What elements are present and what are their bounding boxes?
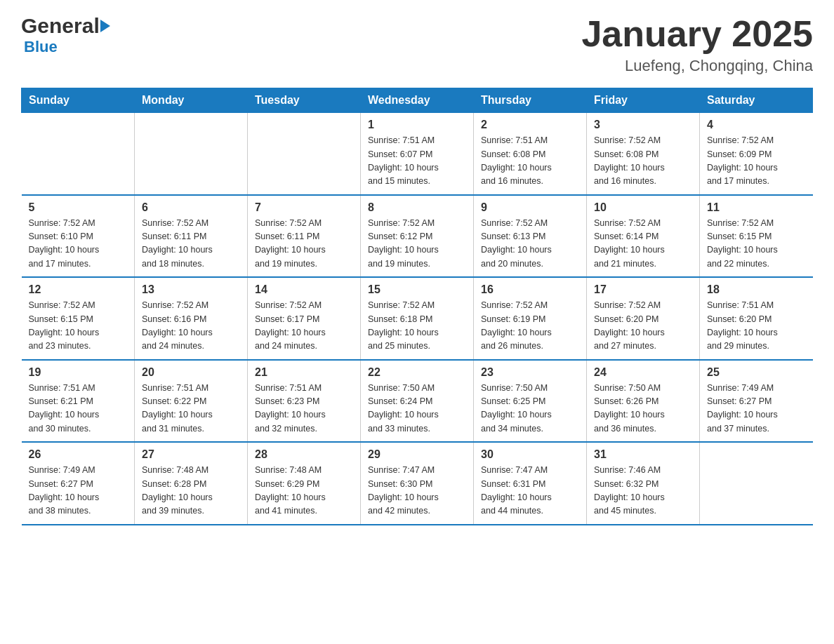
calendar-cell: 16Sunrise: 7:52 AM Sunset: 6:19 PM Dayli… bbox=[474, 277, 587, 360]
weekday-header-wednesday: Wednesday bbox=[361, 88, 474, 113]
day-info: Sunrise: 7:52 AM Sunset: 6:16 PM Dayligh… bbox=[142, 299, 240, 354]
calendar-cell: 8Sunrise: 7:52 AM Sunset: 6:12 PM Daylig… bbox=[361, 195, 474, 278]
day-number: 19 bbox=[29, 366, 128, 379]
day-info: Sunrise: 7:49 AM Sunset: 6:27 PM Dayligh… bbox=[707, 382, 806, 436]
calendar-cell: 14Sunrise: 7:52 AM Sunset: 6:17 PM Dayli… bbox=[248, 277, 361, 360]
weekday-header-saturday: Saturday bbox=[700, 88, 813, 113]
day-info: Sunrise: 7:46 AM Sunset: 6:32 PM Dayligh… bbox=[594, 464, 692, 518]
day-number: 21 bbox=[255, 366, 353, 379]
weekday-header-row: SundayMondayTuesdayWednesdayThursdayFrid… bbox=[22, 88, 813, 113]
calendar-week-row: 19Sunrise: 7:51 AM Sunset: 6:21 PM Dayli… bbox=[22, 360, 813, 443]
day-number: 3 bbox=[594, 119, 692, 131]
day-number: 9 bbox=[481, 201, 579, 214]
day-number: 1 bbox=[368, 119, 466, 131]
day-number: 24 bbox=[594, 366, 692, 379]
day-info: Sunrise: 7:52 AM Sunset: 6:18 PM Dayligh… bbox=[368, 299, 466, 354]
day-info: Sunrise: 7:50 AM Sunset: 6:24 PM Dayligh… bbox=[368, 382, 466, 436]
day-info: Sunrise: 7:52 AM Sunset: 6:17 PM Dayligh… bbox=[255, 299, 353, 354]
calendar-cell: 30Sunrise: 7:47 AM Sunset: 6:31 PM Dayli… bbox=[474, 442, 587, 525]
day-number: 5 bbox=[29, 201, 128, 214]
day-info: Sunrise: 7:48 AM Sunset: 6:28 PM Dayligh… bbox=[142, 464, 240, 518]
month-title: January 2025 bbox=[581, 14, 813, 54]
calendar-cell: 17Sunrise: 7:52 AM Sunset: 6:20 PM Dayli… bbox=[587, 277, 700, 360]
day-number: 11 bbox=[707, 201, 806, 214]
day-info: Sunrise: 7:52 AM Sunset: 6:15 PM Dayligh… bbox=[707, 217, 806, 271]
day-info: Sunrise: 7:50 AM Sunset: 6:25 PM Dayligh… bbox=[481, 382, 579, 436]
day-number: 6 bbox=[142, 201, 240, 214]
calendar-cell: 28Sunrise: 7:48 AM Sunset: 6:29 PM Dayli… bbox=[248, 442, 361, 525]
calendar-cell: 27Sunrise: 7:48 AM Sunset: 6:28 PM Dayli… bbox=[135, 442, 248, 525]
calendar-cell: 13Sunrise: 7:52 AM Sunset: 6:16 PM Dayli… bbox=[135, 277, 248, 360]
calendar-cell: 12Sunrise: 7:52 AM Sunset: 6:15 PM Dayli… bbox=[22, 277, 135, 360]
day-number: 25 bbox=[707, 366, 806, 379]
day-info: Sunrise: 7:52 AM Sunset: 6:11 PM Dayligh… bbox=[255, 217, 353, 271]
day-number: 16 bbox=[481, 283, 579, 296]
day-number: 12 bbox=[29, 283, 128, 296]
calendar-cell: 4Sunrise: 7:52 AM Sunset: 6:09 PM Daylig… bbox=[700, 113, 813, 195]
day-number: 31 bbox=[594, 448, 692, 461]
day-number: 30 bbox=[481, 448, 579, 461]
calendar-cell: 26Sunrise: 7:49 AM Sunset: 6:27 PM Dayli… bbox=[22, 442, 135, 525]
calendar-table: SundayMondayTuesdayWednesdayThursdayFrid… bbox=[21, 88, 813, 525]
day-info: Sunrise: 7:52 AM Sunset: 6:08 PM Dayligh… bbox=[594, 134, 692, 189]
calendar-cell bbox=[22, 113, 135, 195]
weekday-header-thursday: Thursday bbox=[474, 88, 587, 113]
day-info: Sunrise: 7:48 AM Sunset: 6:29 PM Dayligh… bbox=[255, 464, 353, 518]
calendar-week-row: 26Sunrise: 7:49 AM Sunset: 6:27 PM Dayli… bbox=[22, 442, 813, 525]
logo: General Blue bbox=[21, 14, 110, 56]
day-number: 2 bbox=[481, 119, 579, 131]
calendar-cell: 10Sunrise: 7:52 AM Sunset: 6:14 PM Dayli… bbox=[587, 195, 700, 278]
weekday-header-sunday: Sunday bbox=[22, 88, 135, 113]
day-info: Sunrise: 7:47 AM Sunset: 6:31 PM Dayligh… bbox=[481, 464, 579, 518]
day-number: 8 bbox=[368, 201, 466, 214]
day-info: Sunrise: 7:52 AM Sunset: 6:12 PM Dayligh… bbox=[368, 217, 466, 271]
calendar-cell: 6Sunrise: 7:52 AM Sunset: 6:11 PM Daylig… bbox=[135, 195, 248, 278]
day-info: Sunrise: 7:51 AM Sunset: 6:20 PM Dayligh… bbox=[707, 299, 806, 354]
day-number: 15 bbox=[368, 283, 466, 296]
day-info: Sunrise: 7:52 AM Sunset: 6:20 PM Dayligh… bbox=[594, 299, 692, 354]
day-number: 26 bbox=[29, 448, 128, 461]
weekday-header-tuesday: Tuesday bbox=[248, 88, 361, 113]
day-number: 14 bbox=[255, 283, 353, 296]
calendar-cell: 9Sunrise: 7:52 AM Sunset: 6:13 PM Daylig… bbox=[474, 195, 587, 278]
calendar-cell: 29Sunrise: 7:47 AM Sunset: 6:30 PM Dayli… bbox=[361, 442, 474, 525]
logo-triangle-icon bbox=[100, 20, 110, 32]
day-number: 29 bbox=[368, 448, 466, 461]
calendar-cell bbox=[135, 113, 248, 195]
day-number: 28 bbox=[255, 448, 353, 461]
calendar-cell: 19Sunrise: 7:51 AM Sunset: 6:21 PM Dayli… bbox=[22, 360, 135, 443]
day-info: Sunrise: 7:52 AM Sunset: 6:14 PM Dayligh… bbox=[594, 217, 692, 271]
calendar-cell: 15Sunrise: 7:52 AM Sunset: 6:18 PM Dayli… bbox=[361, 277, 474, 360]
day-number: 22 bbox=[368, 366, 466, 379]
day-info: Sunrise: 7:51 AM Sunset: 6:23 PM Dayligh… bbox=[255, 382, 353, 436]
day-number: 18 bbox=[707, 283, 806, 296]
calendar-cell: 22Sunrise: 7:50 AM Sunset: 6:24 PM Dayli… bbox=[361, 360, 474, 443]
day-info: Sunrise: 7:49 AM Sunset: 6:27 PM Dayligh… bbox=[29, 464, 128, 518]
calendar-cell: 23Sunrise: 7:50 AM Sunset: 6:25 PM Dayli… bbox=[474, 360, 587, 443]
day-info: Sunrise: 7:52 AM Sunset: 6:09 PM Dayligh… bbox=[707, 134, 806, 189]
calendar-cell: 2Sunrise: 7:51 AM Sunset: 6:08 PM Daylig… bbox=[474, 113, 587, 195]
weekday-header-friday: Friday bbox=[587, 88, 700, 113]
day-info: Sunrise: 7:52 AM Sunset: 6:11 PM Dayligh… bbox=[142, 217, 240, 271]
day-info: Sunrise: 7:52 AM Sunset: 6:19 PM Dayligh… bbox=[481, 299, 579, 354]
logo-blue-text: Blue bbox=[24, 38, 58, 55]
day-number: 20 bbox=[142, 366, 240, 379]
day-info: Sunrise: 7:52 AM Sunset: 6:13 PM Dayligh… bbox=[481, 217, 579, 271]
logo-icon: General bbox=[21, 14, 110, 38]
calendar-cell bbox=[700, 442, 813, 525]
day-number: 17 bbox=[594, 283, 692, 296]
calendar-cell: 1Sunrise: 7:51 AM Sunset: 6:07 PM Daylig… bbox=[361, 113, 474, 195]
day-number: 27 bbox=[142, 448, 240, 461]
calendar-cell: 5Sunrise: 7:52 AM Sunset: 6:10 PM Daylig… bbox=[22, 195, 135, 278]
day-info: Sunrise: 7:51 AM Sunset: 6:21 PM Dayligh… bbox=[29, 382, 128, 436]
calendar-header: SundayMondayTuesdayWednesdayThursdayFrid… bbox=[22, 88, 813, 113]
day-number: 13 bbox=[142, 283, 240, 296]
calendar-cell: 18Sunrise: 7:51 AM Sunset: 6:20 PM Dayli… bbox=[700, 277, 813, 360]
location-text: Luefeng, Chongqing, China bbox=[581, 57, 813, 75]
day-number: 23 bbox=[481, 366, 579, 379]
calendar-week-row: 1Sunrise: 7:51 AM Sunset: 6:07 PM Daylig… bbox=[22, 113, 813, 195]
calendar-week-row: 12Sunrise: 7:52 AM Sunset: 6:15 PM Dayli… bbox=[22, 277, 813, 360]
day-info: Sunrise: 7:52 AM Sunset: 6:10 PM Dayligh… bbox=[29, 217, 128, 271]
day-info: Sunrise: 7:51 AM Sunset: 6:08 PM Dayligh… bbox=[481, 134, 579, 189]
calendar-week-row: 5Sunrise: 7:52 AM Sunset: 6:10 PM Daylig… bbox=[22, 195, 813, 278]
